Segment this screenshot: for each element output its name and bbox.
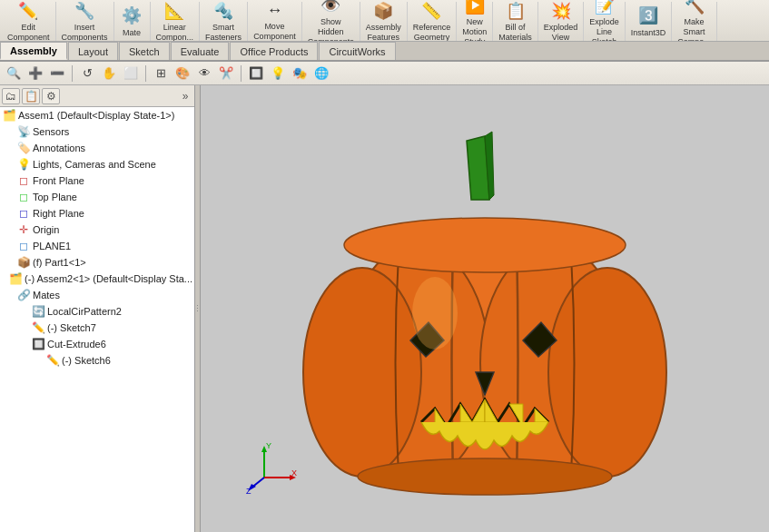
svg-point-7	[412, 277, 458, 350]
section-view-btn[interactable]: ✂️	[216, 64, 236, 83]
local-cir-pattern-icon: 🔄	[31, 304, 45, 319]
toolbar-make-smart[interactable]: 🔨 MakeSmartCompo...	[672, 2, 717, 41]
bill-of-materials-icon: 📋	[505, 1, 527, 21]
smart-fasteners-icon: 🔩	[212, 1, 234, 21]
feature-tree-sidebar: 🗂 📋 ⚙ » 🗂️ Assem1 (Default<Display State…	[0, 85, 195, 532]
toolbar-edit-component[interactable]: ✏️ EditComponent	[2, 2, 56, 41]
toolbar-reference-geometry[interactable]: 📏 ReferenceGeometry	[408, 2, 458, 41]
mates-icon: 🔗	[16, 288, 31, 302]
zoom-fit-btn[interactable]: 🔍	[4, 64, 24, 83]
reference-geometry-label: ReferenceGeometry	[413, 23, 451, 42]
move-component-label: MoveComponent	[253, 22, 296, 42]
tree-item-part1[interactable]: 📦 (f) Part1<1>	[0, 254, 194, 271]
hide-show-btn[interactable]: 👁	[194, 64, 214, 83]
view-orient-btn[interactable]: ⊞	[151, 64, 171, 83]
zoom-in-btn[interactable]: ➕	[25, 64, 45, 83]
insert-components-label: InsertComponents	[62, 23, 108, 42]
tab-assembly[interactable]: Assembly	[0, 42, 67, 60]
edit-component-label: EditComponent	[7, 23, 50, 42]
tree-item-cut-extrude6[interactable]: 🔲 Cut-Extrude6	[0, 336, 194, 352]
3d-viewport[interactable]: Y X Z	[201, 85, 769, 532]
toolbar-move-component[interactable]: ↔️ MoveComponent	[248, 2, 302, 41]
tree-item-mates[interactable]: 🔗 Mates	[0, 287, 194, 303]
lights-btn[interactable]: 💡	[268, 64, 288, 83]
show-hidden-label: ShowHiddenComponents	[308, 17, 354, 42]
toolbar2-sep1	[72, 65, 73, 82]
tree-item-assem1[interactable]: 🗂️ Assem1 (Default<Display State-1>)	[0, 107, 194, 123]
toolbar-show-hidden[interactable]: 👁️ ShowHiddenComponents	[302, 2, 360, 41]
pan-btn[interactable]: ✋	[99, 64, 119, 83]
svg-text:X: X	[291, 468, 297, 478]
axis-indicator: Y X Z	[246, 441, 301, 496]
sidebar-configmanager-btn[interactable]: ⚙	[42, 88, 60, 104]
zoom-out-btn[interactable]: ➖	[47, 64, 67, 83]
sketch7-icon: ✏️	[31, 320, 45, 335]
toolbar-new-motion-study[interactable]: ▶️ NewMotionStudy	[457, 2, 493, 41]
toolbar-exploded-view[interactable]: 💥 ExplodedView	[538, 2, 585, 41]
tree-item-top-plane[interactable]: ◻ Top Plane	[0, 189, 194, 205]
toolbar2-sep3	[241, 65, 242, 82]
make-smart-label: MakeSmartCompo...	[677, 17, 711, 42]
tab-bar: Assembly Layout Sketch Evaluate Office P…	[0, 42, 769, 62]
sidebar-featuremanager-btn[interactable]: 🗂	[2, 88, 20, 104]
bill-of-materials-label: Bill ofMaterials	[498, 23, 532, 42]
view-toolbar: 🔍 ➕ ➖ ↺ ✋ ⬜ ⊞ 🎨 👁 ✂️ 🔲 💡 🎭 🌐	[0, 62, 769, 85]
svg-point-6	[358, 458, 612, 495]
insert-components-icon: 🔧	[74, 1, 95, 21]
tab-sketch[interactable]: Sketch	[119, 42, 170, 60]
rotate-btn[interactable]: ↺	[77, 64, 97, 83]
tree-item-lights-cameras[interactable]: 💡 Lights, Cameras and Scene	[0, 156, 194, 172]
right-plane-icon: ◻	[16, 206, 31, 221]
tab-layout[interactable]: Layout	[68, 42, 118, 60]
toolbar-bill-of-materials[interactable]: 📋 Bill ofMaterials	[493, 2, 538, 41]
explode-line-sketch-label: ExplodeLineSketch	[589, 17, 619, 42]
tree-item-sensors[interactable]: 📡 Sensors	[0, 123, 194, 140]
view3d-btn[interactable]: 🔲	[246, 64, 266, 83]
tab-circuitworks[interactable]: CircuitWorks	[319, 42, 395, 60]
linear-compon-icon: 📐	[163, 1, 185, 21]
toolbar-assembly-features[interactable]: 📦 AssemblyFeatures	[360, 2, 408, 41]
cut-extrude6-icon: 🔲	[31, 337, 45, 351]
tab-office-products[interactable]: Office Products	[230, 42, 318, 60]
toolbar2-sep2	[145, 65, 146, 82]
appearance-btn[interactable]: 🎭	[290, 64, 310, 83]
toolbar-mate[interactable]: ⚙️ Mate	[114, 2, 151, 41]
main-area: 🗂 📋 ⚙ » 🗂️ Assem1 (Default<Display State…	[0, 85, 769, 532]
display-style-btn[interactable]: 🎨	[173, 64, 192, 83]
toolbar-explode-line-sketch[interactable]: 📝 ExplodeLineSketch	[584, 2, 626, 41]
zoom-box-btn[interactable]: ⬜	[121, 64, 141, 83]
instant3d-label: Instant3D	[631, 28, 666, 38]
scene-btn[interactable]: 🌐	[311, 64, 331, 83]
tree-item-right-plane[interactable]: ◻ Right Plane	[0, 205, 194, 222]
part1-icon: 📦	[16, 255, 31, 270]
mate-icon: ⚙️	[121, 5, 143, 26]
sidebar-expand-btn[interactable]: »	[178, 89, 192, 103]
sidebar-toolbar: 🗂 📋 ⚙ »	[0, 85, 194, 107]
lights-cameras-icon: 💡	[16, 157, 31, 172]
pumpkin-model	[294, 113, 675, 504]
tree-item-sketch6[interactable]: ✏️ (-) Sketch6	[0, 352, 194, 369]
sketch6-icon: ✏️	[45, 353, 60, 368]
toolbar-insert-components[interactable]: 🔧 InsertComponents	[56, 2, 114, 41]
tree-item-local-cir-pattern[interactable]: 🔄 LocalCirPattern2	[0, 303, 194, 320]
sensors-icon: 📡	[16, 124, 31, 139]
main-toolbar: ✏️ EditComponent 🔧 InsertComponents ⚙️ M…	[0, 0, 769, 42]
feature-tree: 🗂️ Assem1 (Default<Display State-1>) 📡 S…	[0, 107, 194, 532]
tree-item-front-plane[interactable]: ◻ Front Plane	[0, 172, 194, 189]
explode-line-sketch-icon: 📝	[594, 0, 616, 15]
plane1-icon: ◻	[16, 239, 31, 253]
sidebar-propertymanager-btn[interactable]: 📋	[22, 88, 40, 104]
tree-item-annotations[interactable]: 🏷️ Annotations	[0, 140, 194, 156]
toolbar-linear-compon[interactable]: 📐 LinearCompon...	[151, 2, 201, 41]
toolbar-instant3d[interactable]: 3️⃣ Instant3D	[626, 2, 673, 41]
toolbar-smart-fasteners[interactable]: 🔩 SmartFasteners	[200, 2, 248, 41]
assem1-icon: 🗂️	[2, 108, 16, 123]
tree-item-assem2[interactable]: 🗂️ (-) Assem2<1> (Default<Display Sta...	[0, 271, 194, 287]
tree-item-sketch7[interactable]: ✏️ (-) Sketch7	[0, 320, 194, 336]
tree-item-origin[interactable]: ✛ Origin	[0, 222, 194, 238]
instant3d-icon: 3️⃣	[637, 5, 659, 26]
tab-evaluate[interactable]: Evaluate	[171, 42, 230, 60]
mate-label: Mate	[123, 28, 141, 38]
tree-item-plane1[interactable]: ◻ PLANE1	[0, 238, 194, 254]
svg-text:Y: Y	[266, 441, 271, 450]
